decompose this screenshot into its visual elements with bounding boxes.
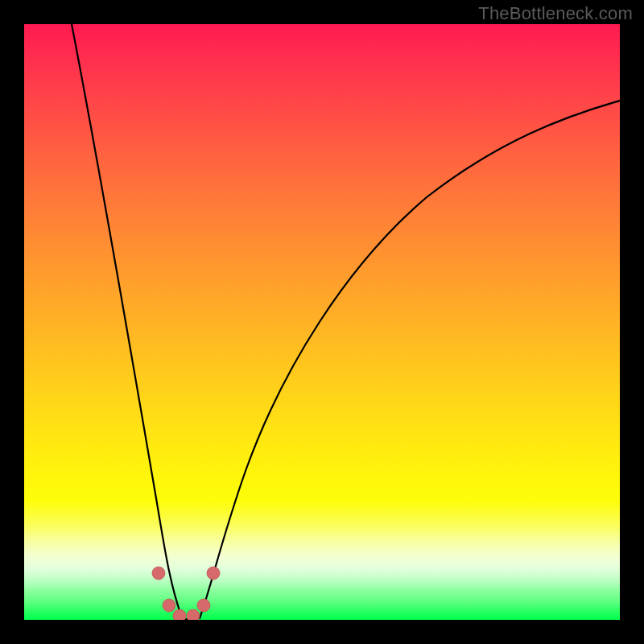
marker-dot xyxy=(187,609,200,620)
bottom-marker-group xyxy=(152,567,220,620)
curve-overlay xyxy=(24,24,620,620)
plot-area xyxy=(24,24,620,620)
marker-dot xyxy=(207,567,220,580)
marker-dot xyxy=(152,567,165,580)
watermark-text: TheBottleneck.com xyxy=(478,3,633,24)
marker-dot xyxy=(197,599,210,612)
v-curve-left xyxy=(72,24,183,620)
marker-dot xyxy=(163,599,175,612)
marker-dot xyxy=(173,609,186,620)
v-curve-right xyxy=(200,101,620,618)
chart-frame: TheBottleneck.com xyxy=(0,0,644,644)
